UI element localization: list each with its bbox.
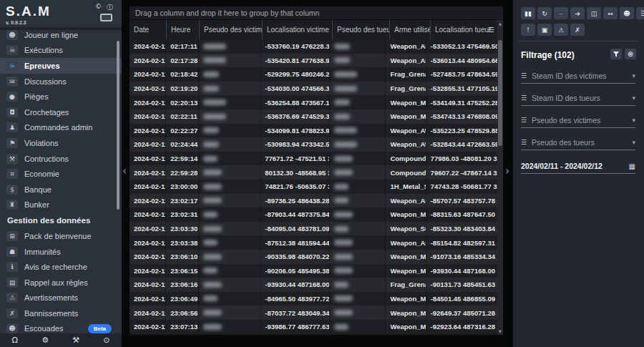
filter-dropdown[interactable]: ☰ Pseudo des victimes ▾ — [521, 113, 635, 128]
shield-icon: ☗ — [6, 247, 18, 257]
toolbar-button[interactable]: ➔ — [570, 7, 585, 19]
table-scrollbar[interactable]: ▲ ▼ — [497, 20, 503, 335]
column-menu-icon[interactable]: ☰ — [488, 26, 494, 34]
table-row[interactable]: 2024-02-11 23:03:30 -84095.04 483781.09 … — [130, 222, 497, 236]
sidebar-item[interactable]: ¤ Economie — [0, 166, 122, 182]
sidebar-item-label: Avertissements — [24, 293, 78, 302]
sidebar-item[interactable]: ⚑ Violations — [0, 135, 122, 151]
calendar-icon[interactable]: ▦ — [629, 162, 635, 170]
sidebar-item[interactable]: ☠ Epreuves — [0, 58, 122, 74]
filter-dropdown[interactable]: ☰ Pseudo des tueurs ▾ — [521, 135, 635, 150]
table-row[interactable]: 2024-02-11 02:18:42 -529299.75 480246.22… — [130, 67, 497, 82]
toolbar-button[interactable]: ⚠ — [554, 24, 568, 36]
clear-filter-button[interactable]: ⊗ — [625, 49, 636, 59]
collapse-filters-chevron[interactable]: › — [505, 166, 509, 177]
table-row[interactable]: 2024-02-11 23:06:15 -90206.05 485495.38 … — [130, 264, 497, 278]
table-row[interactable]: 2024-02-11 23:03:38 -87512.38 481594.44 … — [130, 235, 497, 250]
bell-icon[interactable]: Ω — [12, 336, 18, 344]
table-row[interactable]: 2024-02-11 02:17:11 -533760.19 476228.38… — [130, 39, 497, 54]
column-header[interactable]: Arme utilisé — [390, 20, 431, 39]
table-row[interactable]: 2024-02-11 23:02:17 -89736.25 486438.28 … — [130, 194, 497, 208]
table-row[interactable]: 2024-02-11 02:22:27 -534099.81 478823.91… — [130, 124, 497, 138]
scroll-up-icon[interactable]: ▲ — [497, 21, 503, 26]
table-row[interactable]: 2024-02-11 23:06:16 -93930.44 487168.00 … — [130, 278, 497, 292]
toolbar-button[interactable]: ! — [521, 24, 535, 36]
table-row[interactable]: 2024-02-11 02:22:11 -536376.69 474529.34… — [130, 109, 497, 124]
table-row[interactable]: 2024-02-11 22:59:14 77671.72 -47521.51 3… — [130, 152, 497, 166]
sidebar-scrollbar-thumb[interactable] — [117, 41, 119, 210]
toolbar-button[interactable]: ☰ — [636, 7, 644, 19]
table-body: 2024-02-11 02:17:11 -533760.19 476228.38… — [130, 39, 503, 333]
toolbar-button[interactable]: ▣ — [537, 24, 552, 36]
table-row[interactable]: 2024-02-11 23:06:56 -87037.72 483049.34 … — [130, 306, 497, 320]
sidebar-item[interactable]: ● Pièges — [0, 89, 122, 104]
redacted-killer-pseudo — [334, 57, 350, 63]
sidebar-item[interactable]: ▤ Rappel aux règles — [0, 275, 122, 290]
minus-icon: − — [558, 10, 564, 17]
filter-dropdown[interactable]: ☰ Steam ID des tueurs ▾ — [521, 91, 635, 106]
date-range-picker[interactable]: 2024/02/11 - 2024/02/12 ▦ — [521, 159, 635, 174]
toolbar-button[interactable]: − — [554, 7, 568, 19]
sidebar-item[interactable]: ☗ Immunités — [0, 244, 122, 260]
table-row[interactable]: 2024-02-11 23:02:31 -87903.44 487375.84 … — [130, 207, 497, 222]
toolbar-button[interactable]: ▮▮ — [521, 7, 535, 19]
sidebar-item[interactable]: ⚠ Avertissements — [0, 290, 122, 306]
sidebar-item-label: Epreuves — [24, 62, 60, 70]
table-row[interactable]: 2024-02-11 02:24:44 -530983.94 473342.50… — [130, 137, 497, 152]
table-row[interactable]: 2024-02-11 23:07:13 -93986.77 486777.63 … — [130, 320, 497, 334]
copyright-icon[interactable]: © — [95, 3, 102, 10]
column-header[interactable]: Heure — [167, 20, 200, 39]
column-header[interactable]: Localisation victime — [263, 20, 333, 39]
filter-dropdown[interactable]: ☰ Steam ID des victimes ▾ — [521, 69, 635, 84]
redacted-killer-pseudo — [334, 142, 357, 147]
table-row[interactable]: 2024-02-11 22:59:28 80132.30 -48568.95 3… — [130, 165, 497, 180]
toolbar-button[interactable]: ↻ — [537, 7, 552, 19]
table-row[interactable]: 2024-02-11 02:17:28 -535420.81 477638.91… — [130, 54, 497, 68]
sidebar-item[interactable]: ♜ Bunker — [0, 197, 122, 213]
toolbar-button[interactable]: ↔ — [603, 7, 618, 19]
table-row[interactable]: 2024-02-11 02:20:13 -536254.88 473567.13… — [130, 95, 497, 109]
sidebar-item[interactable]: ℹ Avis de recherche — [0, 259, 122, 275]
scroll-down-icon[interactable]: ▼ — [497, 329, 503, 333]
sidebar-item[interactable]: ✉ Discussions — [0, 74, 122, 89]
table-row[interactable]: 2024-02-11 23:06:49 -84965.50 483977.72 … — [130, 292, 497, 306]
cell-victim-location: -534030.00 474566.34 8... — [260, 82, 329, 96]
redacted-victim-pseudo — [203, 86, 219, 92]
cell-killer-pseudo — [330, 306, 386, 320]
sidebar-item[interactable]: ⊞ Pack de bienvenue — [0, 228, 122, 244]
cell-victim-location: -530983.94 473342.50 8... — [260, 137, 329, 152]
toolbar-button[interactable]: ✗ — [570, 24, 585, 36]
column-header[interactable]: Pseudo des tueurs — [333, 20, 390, 39]
cell-killer-pseudo — [330, 194, 386, 208]
cell-killer-location: 79607.22 -47867.14 3... — [426, 165, 497, 180]
card-icon[interactable] — [100, 14, 112, 21]
sidebar-item[interactable]: ♟ Commandes admin — [0, 120, 122, 136]
column-header[interactable]: Date — [130, 20, 167, 39]
apply-filter-button[interactable] — [610, 49, 622, 59]
table-row[interactable]: 2024-02-11 02:19:20 -534030.00 474566.34… — [130, 82, 497, 96]
sidebar-menu: ☻ Joueur en ligne ☠ Exécutions ☠ Epreuve… — [0, 27, 122, 336]
table-row[interactable]: 2024-02-11 23:06:10 -90335.98 484070.22 … — [130, 250, 497, 264]
power-icon[interactable]: ⊙ — [103, 336, 109, 344]
sidebar-item-label: Violations — [24, 139, 59, 147]
sidebar-item[interactable]: ✗ Bannissements — [0, 306, 122, 321]
toolbar-button[interactable]: ☻ — [620, 7, 634, 19]
gear-icon[interactable]: ⚙ — [42, 336, 49, 344]
group-drop-zone[interactable]: Drag a column and drop it here to group … — [130, 6, 503, 20]
cell-victim-location: -529299.75 480246.22 8... — [260, 67, 329, 82]
column-header[interactable]: Pseudo des victimes — [200, 20, 263, 39]
toolbar-button[interactable]: ◫ — [587, 7, 601, 19]
sidebar-item[interactable]: ◘ Crochetages — [0, 104, 122, 120]
sidebar-item[interactable]: ☠ Exécutions — [0, 43, 122, 59]
redacted-victim-pseudo — [203, 170, 222, 175]
sidebar-item[interactable]: $ Banque — [0, 182, 122, 197]
collapse-sidebar-chevron[interactable]: ‹ — [122, 166, 127, 177]
info-icon[interactable]: ⓘ — [107, 3, 113, 12]
table-row[interactable]: 2024-02-11 23:00:00 74821.76 -50635.07 3… — [130, 180, 497, 194]
wrench-icon[interactable]: ⚒ — [72, 336, 79, 344]
sidebar-item[interactable]: ⚒ Contructions — [0, 151, 122, 167]
sidebar-item-label: Pack de bienvenue — [24, 232, 92, 240]
list-icon: ☰ — [521, 139, 527, 146]
table-scrollbar-thumb[interactable] — [498, 40, 502, 146]
cell-weapon: Weapon_M1_... — [386, 109, 426, 124]
